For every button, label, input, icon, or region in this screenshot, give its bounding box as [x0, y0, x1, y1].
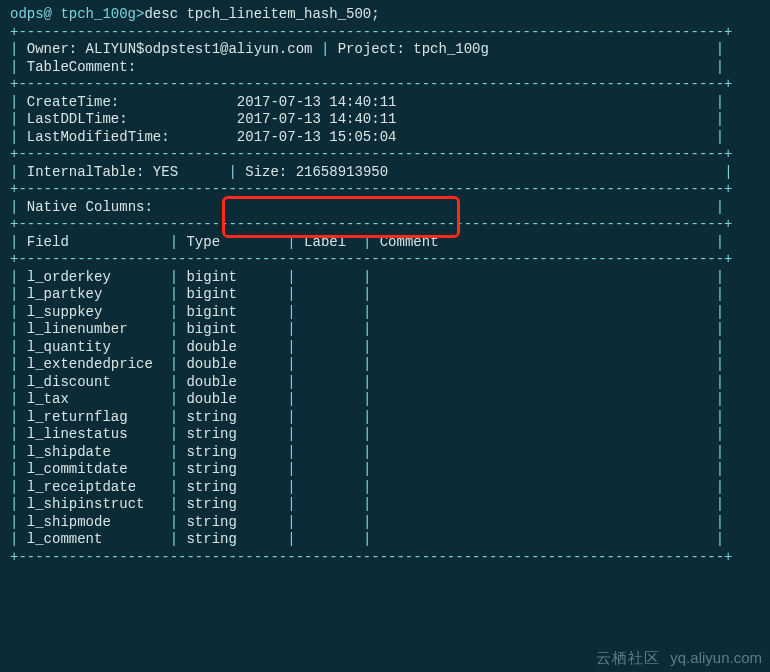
watermark-url: yq.aliyun.com	[670, 649, 762, 666]
prompt-prefix: odps@ tpch_100g>	[10, 6, 144, 22]
prompt-command: desc tpch_lineitem_hash_500;	[144, 6, 379, 22]
watermark-zh: 云栖社区	[596, 649, 660, 666]
shell-prompt-line: odps@ tpch_100g>desc tpch_lineitem_hash_…	[10, 6, 760, 24]
desc-output: +---------------------------------------…	[10, 24, 760, 567]
watermark: 云栖社区 yq.aliyun.com	[596, 649, 762, 668]
